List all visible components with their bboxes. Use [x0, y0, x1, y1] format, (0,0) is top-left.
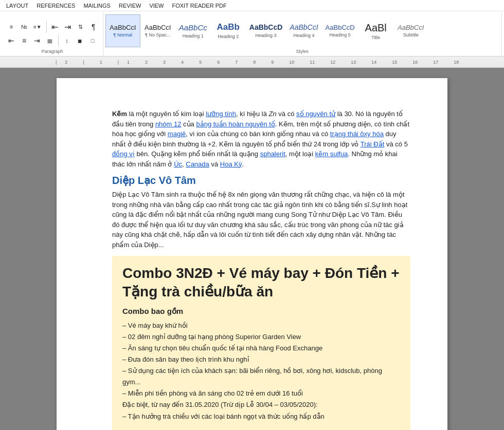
combo-item-special: Đặc biệt, từ nay đến 31.05.2020 (Trừ dịp…: [122, 399, 400, 410]
show-para-button[interactable]: ¶: [87, 21, 100, 32]
ruler: | 2 | 1 | 1 2 3 4 5 6 7 8 9 10 11 12 13 …: [0, 57, 504, 68]
combo-item-5: – Sử dụng các tiện ích của khách sạn: bã…: [122, 365, 400, 388]
ruler-scale: | 2 | 1 | 1 2 3 4 5 6 7 8 9 10 11 12 13 …: [56, 60, 504, 65]
multilevel-button[interactable]: ≡▼: [31, 21, 44, 32]
heading-diep-lac: Diệp Lạc Vô Tâm: [112, 174, 410, 186]
style-title-label: Title: [371, 35, 380, 40]
combo-item-6: – Miễn phí tiền phòng và ăn sáng cho 02 …: [122, 388, 400, 399]
align-center-button[interactable]: ≡: [18, 35, 30, 46]
menubar-view[interactable]: VIEW: [145, 2, 168, 10]
combo-box: Combo 3N2Đ + Vé máy bay + Đón Tiền + Tặn…: [112, 256, 410, 430]
combo-item-2: – 02 đêm nghỉ dưỡng tại hạng phòng Super…: [122, 331, 400, 343]
style-title[interactable]: AaBl Title: [358, 14, 393, 47]
styles-gallery: AaBbCcI ¶ Normal AaBbCcI ¶ No Spac... Aa…: [105, 13, 499, 48]
style-subtitle-label: Subtitle: [403, 32, 419, 38]
style-h1-label: Heading 1: [183, 33, 204, 39]
menubar-review[interactable]: REVIEW: [115, 2, 145, 10]
style-subtitle-preview: AaBbCcI: [398, 24, 424, 32]
borders-button[interactable]: □: [86, 35, 99, 46]
menubar-foxit[interactable]: FOXIT READER PDF: [168, 2, 231, 10]
style-heading1[interactable]: AaBbCc Heading 1: [175, 14, 211, 47]
style-normal[interactable]: AaBbCcI ¶ Normal: [105, 14, 140, 47]
combo-subtitle: Combo bao gồm: [122, 307, 400, 316]
combo-list: – Vé máy bay khứ hồi – 02 đêm nghỉ dưỡng…: [122, 320, 400, 422]
style-heading3[interactable]: AaBbCcD Heading 3: [246, 14, 286, 47]
paragraph-2: Diệp Lạc Vô Tâm sinh ra thuộc thế hệ 8x …: [112, 190, 410, 250]
menubar: LAYOUT REFERENCES MAILINGS REVIEW VIEW F…: [0, 0, 504, 11]
style-heading5[interactable]: AaBbCcD Heading 5: [322, 14, 358, 47]
style-h3-label: Heading 3: [256, 33, 277, 38]
style-h2-preview: AaBb: [217, 22, 240, 32]
style-h4-preview: AaBbCcI: [290, 23, 318, 32]
style-normal-preview: AaBbCcI: [110, 24, 136, 32]
combo-item-1: – Vé máy bay khứ hồi: [122, 320, 400, 331]
style-h4-label: Heading 4: [293, 33, 314, 38]
combo-title: Combo 3N2Đ + Vé máy bay + Đón Tiền + Tặn…: [122, 264, 400, 302]
justify-button[interactable]: ≣: [44, 35, 56, 46]
style-title-preview: AaBl: [365, 22, 387, 34]
style-h5-label: Heading 5: [330, 32, 351, 38]
style-no-space[interactable]: AaBbCcI ¶ No Spac...: [140, 14, 175, 47]
style-nospace-label: ¶ No Spac...: [145, 32, 170, 38]
style-nospace-preview: AaBbCcI: [145, 24, 171, 32]
combo-item-3: – Ăn sáng tự chọn tiêu chuẩn quốc tế tại…: [122, 343, 400, 354]
menubar-layout[interactable]: LAYOUT: [2, 2, 32, 10]
document-area: Kẽm là một nguyên tố kim loại lưỡng tính…: [0, 68, 504, 430]
style-heading2[interactable]: AaBb Heading 2: [211, 14, 246, 47]
style-h3-preview: AaBbCcD: [249, 23, 283, 32]
numbering-button[interactable]: №: [18, 21, 30, 32]
style-h2-label: Heading 2: [218, 34, 239, 39]
ribbon-group-lists: ≡ № ≡▼ ⇤ ⇥ ⇅ ¶ ⇤ ≡ ⇥ ≣ ↕ ◼ □: [2, 12, 103, 56]
decrease-indent-button[interactable]: ⇤: [49, 21, 61, 32]
align-left-button[interactable]: ⇤: [5, 35, 17, 46]
document-page[interactable]: Kẽm là một nguyên tố kim loại lưỡng tính…: [57, 78, 447, 430]
style-normal-label: ¶ Normal: [114, 32, 132, 38]
style-subtitle[interactable]: AaBbCcI Subtitle: [393, 14, 428, 47]
paragraph-group-label: Paragraph: [2, 49, 103, 54]
combo-item-7: – Tận hưởng trà chiều với các loại bánh …: [122, 411, 400, 422]
paragraph-1: Kẽm là một nguyên tố kim loại lưỡng tính…: [112, 109, 410, 169]
style-h1-preview: AaBbCc: [179, 23, 207, 32]
ribbon-toolbar: ≡ № ≡▼ ⇤ ⇥ ⇅ ¶ ⇤ ≡ ⇥ ≣ ↕ ◼ □: [0, 11, 504, 57]
combo-item-4: – Đưa đón sân bay theo lịch trình khu ng…: [122, 354, 400, 365]
style-heading4[interactable]: AaBbCcI Heading 4: [286, 14, 321, 47]
align-right-button[interactable]: ⇥: [31, 35, 43, 46]
style-h5-preview: AaBbCcD: [326, 24, 355, 32]
styles-group-label: Styles: [105, 49, 499, 54]
shading-button[interactable]: ◼: [74, 35, 86, 46]
increase-indent-button[interactable]: ⇥: [62, 21, 74, 32]
bullets-button[interactable]: ≡: [5, 21, 17, 32]
menubar-mailings[interactable]: MAILINGS: [79, 2, 115, 10]
line-spacing-button[interactable]: ↕: [61, 35, 73, 46]
styles-section: AaBbCcI ¶ Normal AaBbCcI ¶ No Spac... Aa…: [103, 12, 502, 56]
menubar-references[interactable]: REFERENCES: [32, 2, 79, 10]
sort-button[interactable]: ⇅: [75, 21, 87, 32]
